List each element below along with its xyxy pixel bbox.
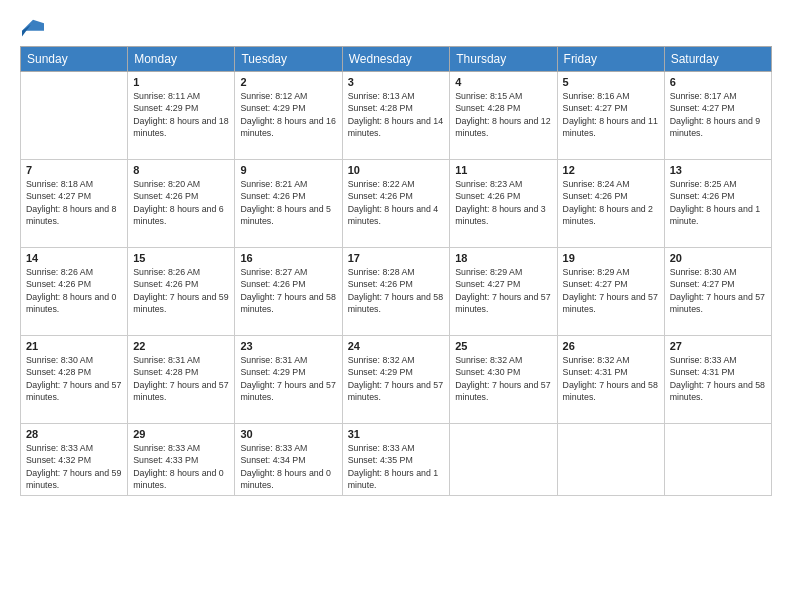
day-number: 9: [240, 164, 336, 176]
day-number: 15: [133, 252, 229, 264]
col-header-tuesday: Tuesday: [235, 47, 342, 72]
day-cell: 7Sunrise: 8:18 AMSunset: 4:27 PMDaylight…: [21, 160, 128, 248]
col-header-friday: Friday: [557, 47, 664, 72]
day-number: 1: [133, 76, 229, 88]
day-info: Sunrise: 8:32 AMSunset: 4:29 PMDaylight:…: [348, 354, 445, 403]
day-number: 20: [670, 252, 766, 264]
header-row: SundayMondayTuesdayWednesdayThursdayFrid…: [21, 47, 772, 72]
day-number: 26: [563, 340, 659, 352]
day-cell: 19Sunrise: 8:29 AMSunset: 4:27 PMDayligh…: [557, 248, 664, 336]
day-info: Sunrise: 8:13 AMSunset: 4:28 PMDaylight:…: [348, 90, 445, 139]
day-cell: 29Sunrise: 8:33 AMSunset: 4:33 PMDayligh…: [128, 424, 235, 496]
day-cell: 13Sunrise: 8:25 AMSunset: 4:26 PMDayligh…: [664, 160, 771, 248]
day-cell: 6Sunrise: 8:17 AMSunset: 4:27 PMDaylight…: [664, 72, 771, 160]
day-number: 12: [563, 164, 659, 176]
day-cell: [21, 72, 128, 160]
day-cell: 18Sunrise: 8:29 AMSunset: 4:27 PMDayligh…: [450, 248, 557, 336]
day-info: Sunrise: 8:32 AMSunset: 4:30 PMDaylight:…: [455, 354, 551, 403]
week-row-2: 7Sunrise: 8:18 AMSunset: 4:27 PMDaylight…: [21, 160, 772, 248]
day-info: Sunrise: 8:31 AMSunset: 4:29 PMDaylight:…: [240, 354, 336, 403]
day-number: 23: [240, 340, 336, 352]
day-info: Sunrise: 8:26 AMSunset: 4:26 PMDaylight:…: [133, 266, 229, 315]
week-row-4: 21Sunrise: 8:30 AMSunset: 4:28 PMDayligh…: [21, 336, 772, 424]
day-cell: 20Sunrise: 8:30 AMSunset: 4:27 PMDayligh…: [664, 248, 771, 336]
day-info: Sunrise: 8:33 AMSunset: 4:35 PMDaylight:…: [348, 442, 445, 491]
day-number: 2: [240, 76, 336, 88]
day-cell: 30Sunrise: 8:33 AMSunset: 4:34 PMDayligh…: [235, 424, 342, 496]
day-number: 10: [348, 164, 445, 176]
day-number: 5: [563, 76, 659, 88]
day-info: Sunrise: 8:21 AMSunset: 4:26 PMDaylight:…: [240, 178, 336, 227]
week-row-5: 28Sunrise: 8:33 AMSunset: 4:32 PMDayligh…: [21, 424, 772, 496]
day-info: Sunrise: 8:29 AMSunset: 4:27 PMDaylight:…: [563, 266, 659, 315]
day-cell: 9Sunrise: 8:21 AMSunset: 4:26 PMDaylight…: [235, 160, 342, 248]
day-cell: 31Sunrise: 8:33 AMSunset: 4:35 PMDayligh…: [342, 424, 450, 496]
day-cell: 25Sunrise: 8:32 AMSunset: 4:30 PMDayligh…: [450, 336, 557, 424]
day-cell: 21Sunrise: 8:30 AMSunset: 4:28 PMDayligh…: [21, 336, 128, 424]
day-info: Sunrise: 8:27 AMSunset: 4:26 PMDaylight:…: [240, 266, 336, 315]
day-cell: [664, 424, 771, 496]
week-row-3: 14Sunrise: 8:26 AMSunset: 4:26 PMDayligh…: [21, 248, 772, 336]
day-number: 19: [563, 252, 659, 264]
day-cell: 15Sunrise: 8:26 AMSunset: 4:26 PMDayligh…: [128, 248, 235, 336]
day-number: 14: [26, 252, 122, 264]
day-number: 22: [133, 340, 229, 352]
day-cell: 24Sunrise: 8:32 AMSunset: 4:29 PMDayligh…: [342, 336, 450, 424]
day-cell: 12Sunrise: 8:24 AMSunset: 4:26 PMDayligh…: [557, 160, 664, 248]
day-number: 3: [348, 76, 445, 88]
day-cell: 14Sunrise: 8:26 AMSunset: 4:26 PMDayligh…: [21, 248, 128, 336]
day-number: 25: [455, 340, 551, 352]
day-number: 13: [670, 164, 766, 176]
day-info: Sunrise: 8:33 AMSunset: 4:31 PMDaylight:…: [670, 354, 766, 403]
day-cell: 26Sunrise: 8:32 AMSunset: 4:31 PMDayligh…: [557, 336, 664, 424]
day-info: Sunrise: 8:22 AMSunset: 4:26 PMDaylight:…: [348, 178, 445, 227]
day-info: Sunrise: 8:33 AMSunset: 4:34 PMDaylight:…: [240, 442, 336, 491]
day-cell: 1Sunrise: 8:11 AMSunset: 4:29 PMDaylight…: [128, 72, 235, 160]
col-header-monday: Monday: [128, 47, 235, 72]
col-header-sunday: Sunday: [21, 47, 128, 72]
day-info: Sunrise: 8:29 AMSunset: 4:27 PMDaylight:…: [455, 266, 551, 315]
day-cell: 11Sunrise: 8:23 AMSunset: 4:26 PMDayligh…: [450, 160, 557, 248]
col-header-thursday: Thursday: [450, 47, 557, 72]
day-info: Sunrise: 8:11 AMSunset: 4:29 PMDaylight:…: [133, 90, 229, 139]
day-number: 21: [26, 340, 122, 352]
day-number: 18: [455, 252, 551, 264]
day-cell: [450, 424, 557, 496]
day-cell: 16Sunrise: 8:27 AMSunset: 4:26 PMDayligh…: [235, 248, 342, 336]
day-cell: 23Sunrise: 8:31 AMSunset: 4:29 PMDayligh…: [235, 336, 342, 424]
day-number: 11: [455, 164, 551, 176]
day-number: 16: [240, 252, 336, 264]
col-header-wednesday: Wednesday: [342, 47, 450, 72]
header: [20, 16, 772, 38]
day-info: Sunrise: 8:28 AMSunset: 4:26 PMDaylight:…: [348, 266, 445, 315]
day-number: 28: [26, 428, 122, 440]
day-number: 8: [133, 164, 229, 176]
week-row-1: 1Sunrise: 8:11 AMSunset: 4:29 PMDaylight…: [21, 72, 772, 160]
logo-icon: [22, 16, 44, 38]
page: SundayMondayTuesdayWednesdayThursdayFrid…: [0, 0, 792, 612]
day-cell: 17Sunrise: 8:28 AMSunset: 4:26 PMDayligh…: [342, 248, 450, 336]
day-cell: [557, 424, 664, 496]
day-cell: 5Sunrise: 8:16 AMSunset: 4:27 PMDaylight…: [557, 72, 664, 160]
day-cell: 27Sunrise: 8:33 AMSunset: 4:31 PMDayligh…: [664, 336, 771, 424]
day-info: Sunrise: 8:16 AMSunset: 4:27 PMDaylight:…: [563, 90, 659, 139]
day-number: 31: [348, 428, 445, 440]
day-info: Sunrise: 8:30 AMSunset: 4:27 PMDaylight:…: [670, 266, 766, 315]
day-info: Sunrise: 8:30 AMSunset: 4:28 PMDaylight:…: [26, 354, 122, 403]
day-number: 24: [348, 340, 445, 352]
day-info: Sunrise: 8:18 AMSunset: 4:27 PMDaylight:…: [26, 178, 122, 227]
day-number: 17: [348, 252, 445, 264]
day-info: Sunrise: 8:32 AMSunset: 4:31 PMDaylight:…: [563, 354, 659, 403]
day-number: 30: [240, 428, 336, 440]
day-cell: 4Sunrise: 8:15 AMSunset: 4:28 PMDaylight…: [450, 72, 557, 160]
day-cell: 8Sunrise: 8:20 AMSunset: 4:26 PMDaylight…: [128, 160, 235, 248]
day-info: Sunrise: 8:33 AMSunset: 4:33 PMDaylight:…: [133, 442, 229, 491]
day-number: 29: [133, 428, 229, 440]
day-info: Sunrise: 8:33 AMSunset: 4:32 PMDaylight:…: [26, 442, 122, 491]
day-number: 6: [670, 76, 766, 88]
calendar-table: SundayMondayTuesdayWednesdayThursdayFrid…: [20, 46, 772, 496]
day-info: Sunrise: 8:26 AMSunset: 4:26 PMDaylight:…: [26, 266, 122, 315]
day-number: 7: [26, 164, 122, 176]
col-header-saturday: Saturday: [664, 47, 771, 72]
day-info: Sunrise: 8:24 AMSunset: 4:26 PMDaylight:…: [563, 178, 659, 227]
